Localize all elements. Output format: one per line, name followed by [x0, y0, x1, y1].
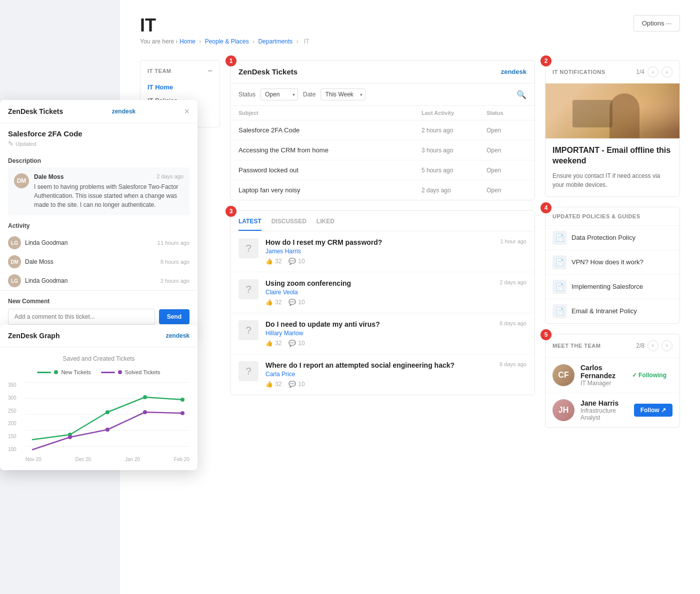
comment-icon: 💬 [288, 381, 296, 388]
table-row[interactable]: Laptop fan very noisy 2 days ago Open [230, 180, 534, 200]
message-time: 2 days ago [156, 173, 184, 180]
tab-discussed[interactable]: DISCUSSED [272, 218, 306, 231]
post-comments: 💬 10 [288, 381, 304, 388]
filter-date-select[interactable]: This Week This Month This Year [320, 88, 366, 100]
page-title: IT [140, 15, 311, 36]
post-content: Do I need to update my anti virus? 6 day… [266, 320, 526, 347]
avatar: CF [552, 364, 574, 386]
list-item[interactable]: 📄 Data Protection Policy [546, 225, 680, 250]
comment-icon: 💬 [288, 299, 296, 306]
notifications-next-btn[interactable]: › [662, 66, 672, 77]
post-icon: ? [238, 238, 258, 258]
post-time: 6 days ago [500, 320, 526, 326]
modal-message: DM Dale Moss 2 days ago I seem to having… [8, 167, 190, 215]
list-item[interactable]: ? Using zoom conferencing 2 days ago Cla… [230, 272, 534, 313]
post-author[interactable]: Hillary Marlow [266, 330, 526, 337]
post-author[interactable]: James Harris [266, 248, 526, 255]
list-item[interactable]: ? How do I reset my CRM password? 1 hour… [230, 231, 534, 272]
post-comments: 💬 10 [288, 340, 304, 347]
post-author[interactable]: Claire Veola [266, 289, 526, 296]
post-title: How do I reset my CRM password? [266, 238, 495, 246]
team-title: MEET THE TEAM [552, 343, 600, 349]
team-container: CF Carlos Fernandez IT Manager ✓ Followi… [546, 357, 680, 427]
post-stats: 👍 32 💬 10 [266, 299, 526, 306]
list-item[interactable]: 📄 Implementing Salesforce [546, 274, 680, 299]
graph-legend: New Tickets Solved Tickets [8, 369, 190, 375]
breadcrumb: You are here › Home › People & Places › … [140, 38, 311, 45]
post-stats: 👍 32 💬 10 [266, 340, 526, 347]
team-widget: 5 MEET THE TEAM 2/8 ‹ › CF Carlos Fernan… [545, 334, 680, 428]
activity-time: 8 hours ago [160, 259, 190, 265]
list-item[interactable]: 📄 VPN? How does it work? [546, 250, 680, 274]
modal-zendesk-logo: zendesk [112, 108, 136, 115]
sidebar-item-home[interactable]: IT Home [140, 80, 220, 94]
graph-title: ZenDesk Graph [8, 332, 60, 340]
activity-avatar: LG [8, 274, 21, 287]
policies-badge: 4 [540, 202, 552, 213]
follow-button[interactable]: Follow ↗ [634, 404, 672, 417]
team-badge: 5 [540, 329, 552, 340]
posts-badge: 3 [226, 206, 236, 217]
list-item[interactable]: ? Do I need to update my anti virus? 6 d… [230, 313, 534, 354]
tab-liked[interactable]: LIKED [316, 218, 334, 231]
team-info: Carlos Fernandez IT Manager [580, 364, 620, 387]
ticket-last-activity: 2 days ago [422, 187, 486, 194]
sidebar-collapse-btn[interactable]: − [208, 66, 212, 75]
team-next-btn[interactable]: › [662, 340, 672, 351]
thumbs-up-icon: 👍 [266, 340, 273, 347]
post-author[interactable]: Carla Price [266, 371, 526, 378]
ticket-last-activity: 5 hours ago [422, 167, 486, 174]
table-row[interactable]: Password locked out 5 hours ago Open [230, 160, 534, 180]
ticket-detail-modal: ZenDesk Tickets zendesk × Salesforce 2FA… [0, 100, 198, 332]
post-icon: ? [238, 320, 258, 340]
comment-input[interactable] [8, 309, 155, 325]
activity-time: 2 hours ago [160, 278, 190, 284]
post-time: 6 days ago [500, 361, 526, 367]
breadcrumb-people-places[interactable]: People & Places [205, 38, 249, 45]
modal-description-label: Description [0, 152, 198, 167]
team-pagination: 2/8 [636, 342, 644, 349]
list-item: DM Dale Moss 8 hours ago [0, 252, 198, 271]
ticket-subject: Password locked out [238, 166, 422, 174]
svg-point-6 [143, 410, 147, 414]
breadcrumb-current: IT [304, 38, 310, 45]
policies-widget: 4 UPDATED POLICIES & GUIDES 📄 Data Prote… [545, 207, 680, 324]
ticket-subject: Salesforce 2FA Code [238, 126, 422, 134]
send-comment-btn[interactable]: Send [159, 309, 190, 324]
table-row[interactable]: Salesforce 2FA Code 2 hours ago Open [230, 120, 534, 140]
graph-modal: ZenDesk Graph zendesk Saved and Created … [0, 325, 198, 470]
post-title: Do I need to update my anti virus? [266, 320, 494, 328]
modal-ticket-title: Salesforce 2FA Code [0, 123, 198, 140]
post-content: Using zoom conferencing 2 days ago Clair… [266, 279, 526, 306]
post-title: Where do I report an attempted social en… [266, 361, 494, 369]
search-tickets-button[interactable]: 🔍 [516, 90, 526, 99]
tab-latest[interactable]: LATEST [238, 218, 262, 231]
notifications-pagination: 1/4 [636, 68, 644, 75]
modal-close-btn[interactable]: × [184, 107, 190, 116]
ticket-last-activity: 3 hours ago [422, 147, 486, 154]
breadcrumb-departments[interactable]: Departments [258, 38, 292, 45]
list-item: CF Carlos Fernandez IT Manager ✓ Followi… [546, 357, 680, 393]
team-member-name: Jane Harris [580, 399, 628, 407]
following-button[interactable]: ✓ Following [626, 369, 672, 381]
breadcrumb-home[interactable]: Home [180, 38, 196, 45]
team-info: Jane Harris Infrastructure Analyst [580, 399, 628, 421]
svg-point-5 [106, 428, 110, 432]
activity-avatar: DM [8, 255, 21, 268]
policy-label: Implementing Salesforce [572, 283, 643, 290]
team-prev-btn[interactable]: ‹ [648, 340, 658, 351]
notifications-widget: 2 IT NOTIFICATIONS 1/4 ‹ › [545, 60, 680, 197]
svg-point-4 [68, 435, 72, 439]
options-button[interactable]: Options ··· [634, 15, 680, 31]
post-likes: 👍 32 [266, 299, 282, 306]
col-status: Status [486, 110, 526, 116]
table-row[interactable]: Accessing the CRM from home 3 hours ago … [230, 140, 534, 160]
list-item[interactable]: 📄 Email & Intranet Policy [546, 299, 680, 323]
notifications-prev-btn[interactable]: ‹ [648, 66, 658, 77]
modal-updated: ✎ Updated [0, 140, 198, 152]
filter-status-select[interactable]: Open Closed Pending [260, 88, 298, 100]
modal-activity-label: Activity [0, 215, 198, 233]
list-item[interactable]: ? Where do I report an attempted social … [230, 354, 534, 395]
sidebar-section-label: IT TEAM [148, 68, 172, 74]
posts-widget: 3 LATEST DISCUSSED LIKED ? How do I rese… [230, 210, 535, 395]
